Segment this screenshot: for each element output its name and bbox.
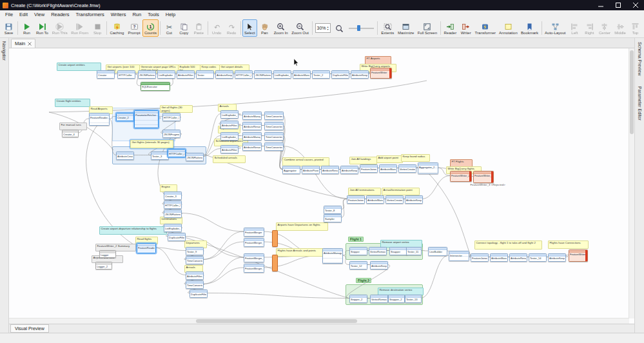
node-httpcaller-4[interactable]: HTTPCaller_4 [168, 149, 186, 157]
annotation[interactable]: Combine arrival causes, pivoted [282, 157, 329, 166]
horizontal-scrollbar[interactable] [9, 318, 629, 324]
node-listexploder-2[interactable]: ListExploder_2 [273, 70, 291, 79]
bookmark-title[interactable]: Flight 1 [348, 237, 364, 242]
menu-run[interactable]: Run [129, 12, 144, 17]
maximize-button[interactable]: Maximize [396, 19, 416, 37]
zoom-level-input[interactable]: 30%▴▾ [315, 23, 331, 33]
tab-navigator[interactable]: Navigator [2, 41, 6, 61]
node-snapper[interactable]: Snapper [389, 247, 407, 255]
run-this-button[interactable]: Run This [50, 19, 70, 37]
annotation[interactable]: Scheduled arrivals [213, 155, 246, 163]
node-featurewriter[interactable]: FeatureWriter [370, 68, 392, 79]
node-tester[interactable]: Tester [196, 70, 214, 79]
node-httpcaller-5[interactable]: HTTPCaller_5 [164, 201, 182, 209]
node-attributemanager-3[interactable]: AttributeManager_3 [242, 132, 262, 141]
cut-button[interactable]: ✂Cut [162, 19, 177, 37]
node-ob1[interactable] [272, 230, 278, 247]
annotation[interactable]: Flights have Arrivals and points [276, 248, 326, 257]
writer-button[interactable]: Writer [458, 19, 473, 37]
annotation[interactable]: Join All landings [349, 157, 377, 164]
node-attributekeeper[interactable]: AttributeKeeper [215, 70, 233, 79]
node-aggregator-2[interactable]: Aggregator_2 [418, 162, 438, 174]
save-button[interactable]: Save [1, 19, 16, 37]
reader-button[interactable]: Reader [442, 19, 458, 37]
node-jsonflattener-4[interactable]: JSONFlattener_4 [164, 210, 182, 218]
annotation[interactable]: Keep found radius [401, 154, 430, 162]
stop-button[interactable]: Stop [90, 19, 105, 37]
node-vertexcreator-2[interactable]: VertexCreator_2 [385, 195, 404, 204]
node-featuremerger[interactable]: FeatureMerger [244, 228, 264, 237]
zoom-out-button[interactable]: Zoom Out [290, 19, 311, 37]
zoom-in-button[interactable]: Zoom In [272, 19, 290, 37]
auto-layout-button[interactable]: Auto-Layout [543, 19, 567, 37]
close-button[interactable] [627, 0, 644, 10]
node-logger[interactable]: Logger [99, 250, 116, 258]
node-attributefilter-4[interactable]: AttributeFilter_4 [186, 271, 204, 280]
tab-main[interactable]: Main [11, 39, 35, 48]
menu-readers[interactable]: Readers [48, 12, 72, 17]
node-attributemanager-6[interactable]: AttributeManager_6 [322, 248, 343, 264]
node-vertexremover[interactable]: VertexRemover [369, 247, 387, 255]
workflow-canvas[interactable]: Flight 1Flight 2Create airport entitiesG… [9, 48, 634, 324]
node-attributerenamer-2[interactable]: AttributeRenamer_2 [242, 142, 262, 151]
menu-view[interactable]: View [31, 12, 48, 17]
node-vertexcreator[interactable]: VertexCreator [398, 164, 416, 173]
top-button[interactable]: Top [628, 19, 643, 37]
node-attributemanager-7[interactable]: AttributeManager_7 [490, 253, 508, 262]
tab-parameter-editor[interactable]: Parameter Editor [638, 86, 642, 121]
node-duplicatefilter[interactable]: DuplicateFilter [331, 70, 349, 79]
middle-button[interactable]: Middle [612, 19, 628, 37]
node-attributemanager-2[interactable]: AttributeManager_2 [242, 112, 262, 120]
minimize-button[interactable] [592, 0, 609, 10]
zoom-magnifier-button[interactable] [332, 19, 347, 37]
node-sqlexecutor[interactable]: SQLExecutor [141, 82, 170, 91]
node-listexploder[interactable]: ListExploder [157, 70, 175, 79]
counts-button[interactable]: 1Counts [142, 19, 159, 37]
node-featurewriter-4[interactable]: FeatureWriter_4 [569, 250, 588, 262]
node-sampler[interactable]: Sampler [324, 214, 342, 222]
node-intersector[interactable]: Intersector [449, 251, 469, 261]
select-button[interactable]: Select [242, 19, 257, 37]
run-button[interactable]: Run [19, 19, 34, 37]
node-creator-2[interactable]: Creator_2 [116, 113, 134, 121]
menu-file[interactable]: File [2, 12, 16, 17]
run-to-button[interactable]: Run To [34, 19, 50, 37]
right-button[interactable]: Right [582, 19, 597, 37]
node-attributekeeper-4[interactable]: AttributeKeeper_4 [405, 195, 423, 204]
center-button[interactable]: Center [597, 19, 612, 37]
annotation[interactable]: Create airport entities [57, 63, 101, 71]
node-duplicatefilter-2[interactable]: DuplicateFilter_2 [168, 233, 186, 241]
annotation[interactable]: FeatureWriter_3 <Rejected> [469, 183, 509, 189]
node-aggregator[interactable]: Aggregator [282, 166, 300, 174]
node-listexploder-5[interactable]: ListExploder_5 [164, 224, 182, 232]
node-timeconverter-6[interactable]: TimeConverter_6 [186, 280, 204, 289]
node-snapper-2[interactable]: Snapper_2 [388, 295, 405, 303]
node-tester-3[interactable]: Tester_3 [151, 152, 169, 160]
bookmark-title[interactable]: Flight 2 [356, 278, 371, 283]
node-tester-2[interactable]: Tester_2 [312, 70, 330, 79]
node-attributekeeper-5[interactable]: AttributeKeeper_5 [370, 261, 388, 270]
node-jsonfragmenter[interactable]: JSONFragmenter [162, 130, 181, 138]
node-attributerenamer[interactable]: AttributeRenamer [242, 122, 262, 130]
node-attributefilter-3[interactable]: AttributeFilter_3 [220, 145, 239, 153]
node-featurejoiner-2[interactable]: FeatureJoiner_2 [347, 195, 365, 204]
left-button[interactable]: Left [567, 19, 582, 37]
node-httpcaller-2[interactable]: HTTPCaller_2 [235, 70, 253, 79]
node-logger-2[interactable]: Logger_2 [95, 262, 112, 270]
caching-button[interactable]: Caching [108, 19, 126, 37]
node-creator[interactable]: Creator [97, 70, 115, 79]
node-featuremerger-2[interactable]: FeatureMerger_2 [244, 238, 264, 247]
node-attributemanager-4[interactable]: AttributeManager_4 [379, 164, 397, 173]
node-attributekeeper-3[interactable]: AttributeKeeper_3 [340, 166, 358, 174]
node-duplicatefilter-3[interactable]: DuplicateFilter_3 [190, 289, 208, 298]
copy-button[interactable]: Copy [177, 19, 191, 37]
node-tester-8[interactable]: Tester_8 [324, 206, 342, 214]
node-linebuilder[interactable]: LineBuilder [428, 247, 447, 256]
node-httpcaller[interactable]: HTTPCaller [117, 70, 135, 79]
node-listexploder-4[interactable]: ListExploder_4 [220, 132, 239, 141]
node-featurewriter-3[interactable]: FeatureWriter_3 [473, 171, 494, 183]
annotation[interactable]: Create flight entities [55, 99, 90, 107]
annotation[interactable]: Arrival/termination point [382, 188, 420, 195]
node-featurereader-2[interactable]: FeatureReader_2 [137, 243, 156, 253]
node-timeconverter-2[interactable]: TimeConverter_2 [264, 122, 284, 130]
